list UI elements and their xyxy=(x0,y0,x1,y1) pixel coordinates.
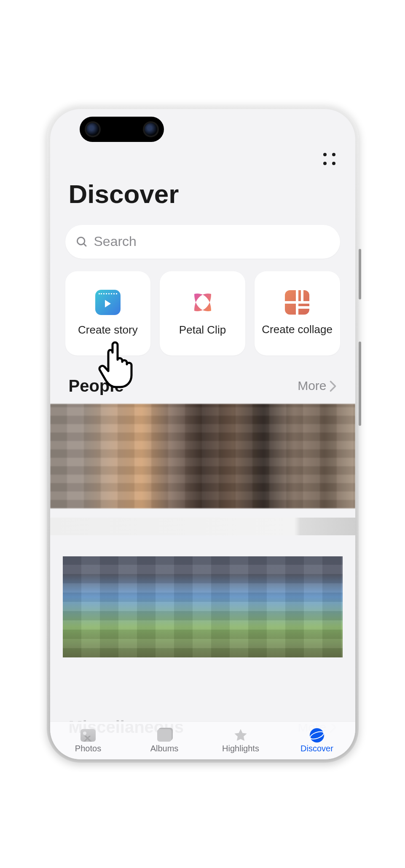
bottom-nav: Photos Albums Highlights xyxy=(50,721,355,759)
nav-albums[interactable]: Albums xyxy=(126,722,203,759)
nav-discover-label: Discover xyxy=(300,744,333,753)
nav-highlights[interactable]: Highlights xyxy=(203,722,279,759)
people-title: People xyxy=(69,377,124,395)
petal-clip-card[interactable]: Petal Clip xyxy=(160,271,245,355)
create-collage-icon xyxy=(285,290,309,315)
create-cards-row: Create story xyxy=(50,259,355,355)
discover-icon xyxy=(308,728,325,743)
people-section-head: People More xyxy=(50,355,355,404)
more-options-icon[interactable] xyxy=(323,153,337,166)
nav-highlights-label: Highlights xyxy=(222,744,259,753)
petal-clip-label: Petal Clip xyxy=(179,323,226,337)
svg-line-1 xyxy=(83,243,86,246)
phone-frame: Discover Search Create story xyxy=(47,106,359,763)
people-thumbnails-row[interactable] xyxy=(50,404,355,508)
create-collage-card[interactable]: Create collage xyxy=(255,271,340,355)
people-more-label: More xyxy=(298,379,326,393)
albums-icon xyxy=(157,729,172,742)
svg-point-2 xyxy=(310,728,324,742)
camera-notch xyxy=(80,117,164,142)
petal-clip-icon xyxy=(190,290,215,315)
content-area: Discover Search Create story xyxy=(50,109,355,759)
create-story-icon xyxy=(95,290,121,315)
create-collage-label: Create collage xyxy=(262,323,333,336)
page-title: Discover xyxy=(50,166,355,217)
nav-photos-label: Photos xyxy=(75,744,101,753)
chevron-right-icon xyxy=(329,380,337,392)
people-labels-row xyxy=(50,518,355,535)
top-bar xyxy=(50,147,355,166)
nav-discover[interactable]: Discover xyxy=(279,722,355,759)
nav-photos[interactable]: Photos xyxy=(50,722,126,759)
search-placeholder: Search xyxy=(94,234,137,249)
people-more-link[interactable]: More xyxy=(298,379,336,393)
search-bar[interactable]: Search xyxy=(65,225,340,259)
search-icon xyxy=(75,235,88,248)
create-story-label: Create story xyxy=(78,323,138,337)
screen: Discover Search Create story xyxy=(50,109,355,759)
secondary-thumbnail-block[interactable] xyxy=(63,556,343,657)
front-camera-left xyxy=(86,123,99,136)
create-story-card[interactable]: Create story xyxy=(65,271,151,355)
nav-albums-label: Albums xyxy=(150,744,179,753)
photos-icon xyxy=(80,729,96,742)
front-camera-right xyxy=(145,123,157,136)
star-icon xyxy=(232,728,249,743)
